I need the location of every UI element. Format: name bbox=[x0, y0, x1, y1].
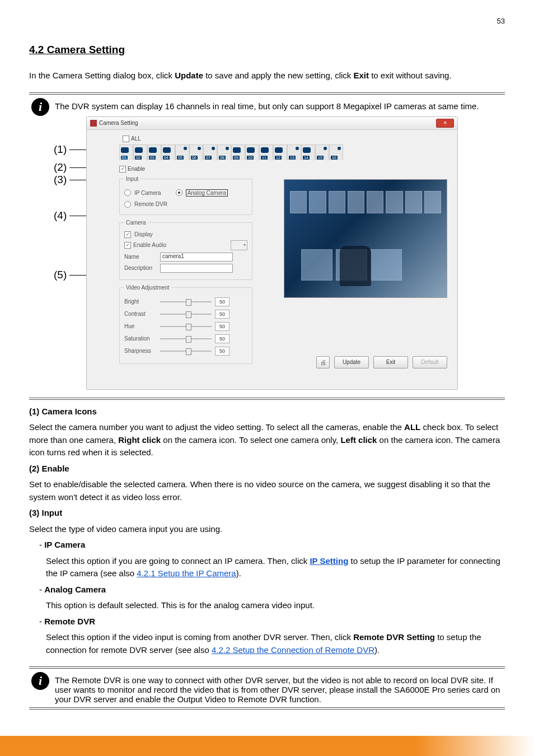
remote-dvr-text: Select this option if the video input is… bbox=[46, 631, 505, 656]
camera-icon-09[interactable]: 09 bbox=[231, 144, 245, 160]
bright-label: Bright bbox=[124, 298, 157, 305]
chapter-421-link[interactable]: 4.2.1 Setup the IP Camera bbox=[137, 568, 236, 578]
page-number: 53 bbox=[497, 17, 505, 25]
analog-camera-bullet: - Analog Camera bbox=[39, 584, 505, 596]
camera-icon-15[interactable]: 15 bbox=[315, 144, 329, 160]
sharpness-value: 50 bbox=[215, 347, 229, 356]
camera-group: Camera ✓Display ✓Enable Audio ▾ Namecame… bbox=[119, 220, 252, 280]
contrast-label: Contrast bbox=[124, 311, 157, 317]
contrast-value: 50 bbox=[215, 310, 229, 319]
camera-icon-strip: 01 02 03 04 05 06 07 08 09 10 11 12 bbox=[119, 144, 449, 160]
footer-bar bbox=[0, 736, 534, 756]
note-text-1: The DVR system can display 16 channels i… bbox=[55, 98, 505, 111]
name-label: Name bbox=[124, 254, 157, 260]
enable-audio-checkbox[interactable]: ✓Enable Audio bbox=[124, 242, 166, 249]
analog-camera-radio[interactable]: Analog Camera bbox=[176, 189, 228, 197]
camera-icon-16[interactable]: 16 bbox=[329, 144, 343, 160]
camera-icon-07[interactable]: 07 bbox=[203, 144, 217, 160]
contrast-slider[interactable] bbox=[160, 314, 212, 315]
item-3-label: (3) Input bbox=[29, 507, 505, 520]
camera-icon-08[interactable]: 08 bbox=[217, 144, 231, 160]
item-2-label: (2) Enable bbox=[29, 463, 505, 475]
description-label: Description bbox=[124, 265, 157, 271]
window-title: Camera Setting bbox=[99, 120, 138, 126]
note-text-2: The Remote DVR is one way to connect wit… bbox=[55, 672, 505, 704]
saturation-label: Saturation bbox=[124, 335, 157, 342]
camera-icon-06[interactable]: 06 bbox=[189, 144, 203, 160]
display-checkbox[interactable]: ✓Display bbox=[124, 231, 247, 238]
chapter-422-link[interactable]: 4.2.2 Setup the Connection of Remote DVR bbox=[212, 645, 374, 655]
description-input[interactable] bbox=[160, 264, 233, 273]
update-button[interactable]: Update bbox=[334, 356, 369, 368]
camera-icon-10[interactable]: 10 bbox=[245, 144, 259, 160]
note-block-2: i The Remote DVR is one way to connect w… bbox=[29, 666, 505, 710]
default-button[interactable]: Default bbox=[413, 356, 447, 368]
bright-slider[interactable] bbox=[160, 301, 212, 302]
callout-4: (4) bbox=[54, 209, 67, 222]
camera-icon-01[interactable]: 01 bbox=[119, 144, 133, 160]
item-2-text: Set to enable/disable the selected camer… bbox=[29, 478, 505, 503]
remote-dvr-radio[interactable]: Remote DVR bbox=[124, 201, 247, 208]
sharpness-label: Sharpness bbox=[124, 348, 157, 354]
hue-label: Hue bbox=[124, 323, 157, 329]
audio-select[interactable]: ▾ bbox=[231, 240, 247, 250]
camera-icon-04[interactable]: 04 bbox=[161, 144, 175, 160]
analog-camera-text: This option is default selected. This is… bbox=[46, 599, 505, 612]
name-input[interactable]: camera1 bbox=[160, 253, 233, 262]
callout-1: (1) bbox=[54, 143, 67, 156]
callout-3: (3) bbox=[54, 174, 67, 186]
hue-slider[interactable] bbox=[160, 326, 212, 327]
info-icon: i bbox=[31, 98, 49, 116]
preview-pane bbox=[284, 179, 447, 298]
hue-value: 50 bbox=[215, 322, 229, 331]
section-heading: 4.2 Camera Setting bbox=[29, 44, 505, 56]
window-icon bbox=[90, 120, 97, 127]
video-adjustment-group: Video Adjustment Bright50 Contrast50 Hue… bbox=[119, 284, 252, 364]
intro-line: In the Camera Setting dialog box, click … bbox=[29, 69, 505, 82]
item-1-text: Select the camera number you want to adj… bbox=[29, 421, 505, 459]
item-3-text: Select the type of video camera input yo… bbox=[29, 523, 505, 536]
all-checkbox[interactable]: ALL bbox=[123, 136, 449, 142]
titlebar: Camera Setting ✕ bbox=[87, 117, 457, 130]
camera-icon-14[interactable]: 14 bbox=[301, 144, 315, 160]
close-button[interactable]: ✕ bbox=[436, 119, 454, 128]
exit-button[interactable]: Exit bbox=[373, 356, 408, 368]
camera-icon-03[interactable]: 03 bbox=[147, 144, 161, 160]
camera-icon-11[interactable]: 11 bbox=[259, 144, 273, 160]
ip-camera-radio[interactable]: IP Camera bbox=[124, 189, 161, 196]
bright-value: 50 bbox=[215, 297, 229, 306]
enable-checkbox[interactable]: ✓Enable bbox=[119, 166, 449, 172]
camera-icon-13[interactable]: 13 bbox=[287, 144, 301, 160]
note-block-1: i The DVR system can display 16 channels… bbox=[29, 92, 505, 400]
ip-setting-link[interactable]: IP Setting bbox=[310, 556, 348, 566]
camera-setting-window: Camera Setting ✕ ALL 01 02 03 04 05 06 0… bbox=[86, 116, 458, 390]
saturation-value: 50 bbox=[215, 334, 229, 343]
saturation-slider[interactable] bbox=[160, 338, 212, 339]
remote-dvr-bullet: - Remote DVR bbox=[39, 615, 505, 628]
callout-2: (2) bbox=[54, 161, 67, 174]
info-icon: i bbox=[31, 672, 49, 690]
callout-5: (5) bbox=[54, 269, 67, 281]
input-group: Input IP Camera Analog Camera Remote DVR bbox=[119, 176, 252, 215]
print-button[interactable]: 🖨 bbox=[316, 356, 330, 368]
item-1-label: (1) Camera Icons bbox=[29, 405, 505, 418]
ip-camera-bullet: - IP Camera bbox=[39, 539, 505, 552]
ip-camera-text: Select this option if you are going to c… bbox=[46, 555, 505, 580]
sharpness-slider[interactable] bbox=[160, 351, 212, 352]
camera-icon-12[interactable]: 12 bbox=[273, 144, 287, 160]
camera-icon-02[interactable]: 02 bbox=[133, 144, 147, 160]
camera-icon-05[interactable]: 05 bbox=[175, 144, 189, 160]
